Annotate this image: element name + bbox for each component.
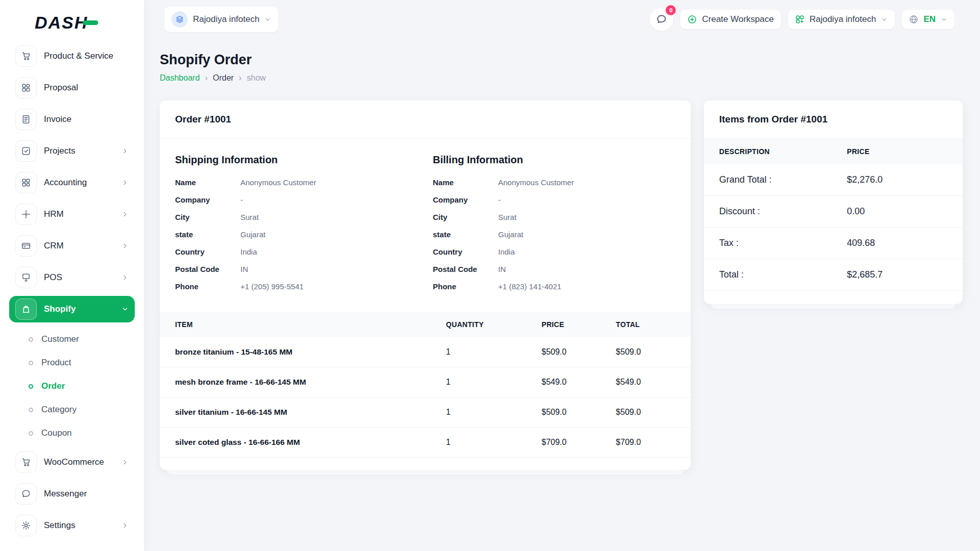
item-total-cell: $509.0 [606,337,691,367]
sidebar-item-label: POS [44,272,114,283]
logo-dash-icon [83,20,98,25]
col-header-price: PRICE [531,312,606,337]
field-label: Name [175,177,240,188]
item-total-cell: $709.0 [606,428,691,458]
field-label: state [433,229,498,240]
sidebar-item-accounting[interactable]: Accounting [9,169,135,196]
sidebar-subitem-order[interactable]: Order [23,374,135,398]
billing-field-row: Phone+1 (823) 141-4021 [433,281,675,292]
shopify-submenu: Customer Product Order Category Coupon [9,328,135,449]
bullet-icon [29,431,33,436]
order-items-header-row: ITEM QUANTITY PRICE TOTAL [160,312,691,337]
chevron-down-icon [121,306,129,313]
item-price-cell: $709.0 [531,428,606,458]
billing-field-row: stateGujarat [433,229,675,240]
col-header-description: DESCRIPTION [719,147,847,156]
sidebar: DASH Product & Service Proposal I [0,0,144,551]
sidebar-item-pos[interactable]: POS [9,264,135,291]
sidebar-item-woocommerce[interactable]: WooCommerce [9,449,135,475]
item-total-cell: $549.0 [606,367,691,397]
language-selector[interactable]: EN [902,10,954,29]
sidebar-item-label: Accounting [44,178,114,188]
item-quantity-cell: 1 [436,337,531,367]
breadcrumb-separator: › [239,73,242,83]
sidebar-item-label: Shopify [44,304,114,314]
sidebar-subitem-coupon[interactable]: Coupon [23,421,135,445]
breadcrumb-dashboard-link[interactable]: Dashboard [160,73,200,83]
summary-row-discount: Discount : 0.00 [704,196,963,228]
create-workspace-button[interactable]: Create Workspace [680,10,780,29]
shipping-field-row: CountryIndia [175,246,418,257]
field-label: Country [433,246,498,257]
order-item-row: silver titanium - 16-66-145 MM 1 $509.0 … [160,397,691,428]
company-menu[interactable]: Rajodiya infotech [788,10,895,29]
bullet-icon [29,408,33,412]
sidebar-subitem-category[interactable]: Category [23,398,135,421]
field-value: Anonymous Customer [240,177,316,188]
plus-circle-icon [688,15,697,24]
sidebar-item-label: Messenger [44,489,129,499]
chevron-right-icon [121,274,129,281]
sidebar-item-label: Invoice [44,114,129,124]
sidebar-item-crm[interactable]: CRM [9,233,135,259]
field-value: Gujarat [240,229,265,240]
invoice-icon [15,109,37,130]
page-title: Shopify Order [160,52,963,68]
field-value: Anonymous Customer [498,177,574,188]
shipping-field-row: CitySurat [175,212,418,222]
sidebar-item-product-service[interactable]: Product & Service [9,43,135,69]
field-value: IN [498,264,506,274]
sidebar-item-projects[interactable]: Projects [9,138,135,164]
subitem-label: Product [41,358,71,368]
field-label: Company [175,194,240,205]
summary-value: 0.00 [847,206,865,217]
cart-icon [15,45,37,67]
field-label: Phone [175,281,240,292]
summary-value: $2,685.7 [847,269,883,280]
item-name-cell: mesh bronze frame - 16-66-145 MM [160,367,436,397]
gear-icon [15,515,37,536]
summary-header-row: DESCRIPTION PRICE [704,139,963,164]
summary-row-grand-total: Grand Total : $2,276.0 [704,164,963,196]
field-label: Country [175,246,240,257]
sidebar-subitem-customer[interactable]: Customer [23,328,135,351]
chevron-down-icon [941,16,947,23]
item-name-cell: bronze titanium - 15-48-165 MM [160,337,436,367]
sidebar-subitem-product[interactable]: Product [23,351,135,374]
billing-field-row: CountryIndia [433,246,675,257]
item-name-cell: silver titanium - 16-66-145 MM [160,397,436,428]
bullet-icon [29,337,33,342]
item-quantity-cell: 1 [436,367,531,397]
cart-icon [15,452,37,473]
chevron-right-icon [121,147,129,155]
field-value: +1 (823) 141-4021 [498,281,561,292]
card-bottom-spacer [160,458,691,470]
field-value: India [498,246,515,257]
summary-label: Total : [719,269,847,280]
sidebar-nav: Product & Service Proposal Invoice Proje… [9,43,135,539]
sidebar-item-invoice[interactable]: Invoice [9,106,135,133]
messages-button[interactable]: 0 [650,8,673,31]
sidebar-item-shopify[interactable]: Shopify [9,296,135,322]
logo[interactable]: DASH [9,0,135,43]
workspace-selector[interactable]: Rajodiya infotech [164,7,278,32]
sidebar-item-settings[interactable]: Settings [9,512,135,539]
logo-text: DASH [35,13,88,33]
sidebar-item-label: Projects [44,146,114,156]
order-item-row: silver coted glass - 16-66-166 MM 1 $709… [160,428,691,458]
chevron-right-icon [121,522,129,529]
billing-field-row: NameAnonymous Customer [433,177,675,188]
field-value: Surat [240,212,259,222]
breadcrumb-order-link[interactable]: Order [213,73,234,83]
summary-row-tax: Tax : 409.68 [704,228,963,259]
messages-badge: 0 [666,5,676,15]
billing-field-row: Postal CodeIN [433,264,675,274]
sidebar-item-messenger[interactable]: Messenger [9,481,135,507]
sidebar-item-proposal[interactable]: Proposal [9,74,135,101]
order-item-row: mesh bronze frame - 16-66-145 MM 1 $549.… [160,367,691,397]
field-label: Name [433,177,498,188]
sidebar-item-hrm[interactable]: HRM [9,201,135,228]
summary-label: Grand Total : [719,174,847,185]
col-header-quantity: QUANTITY [436,312,531,337]
field-value: India [240,246,257,257]
